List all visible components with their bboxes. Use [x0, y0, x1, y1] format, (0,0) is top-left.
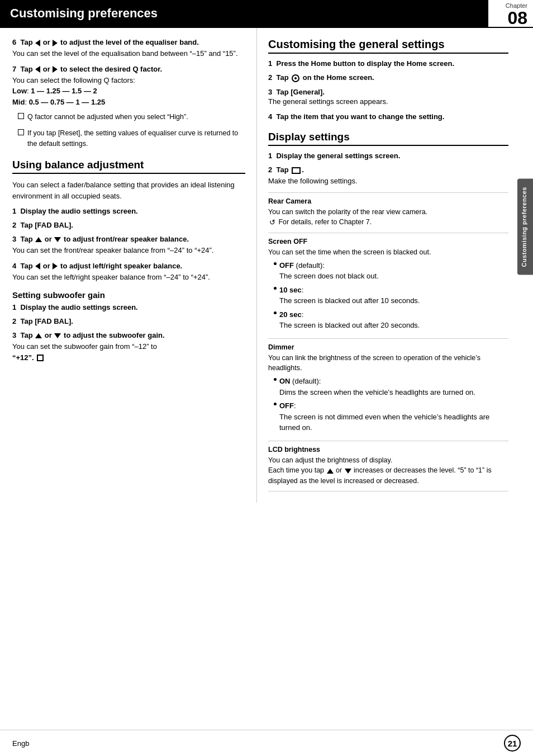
balance-step3-body: You can set the front/rear speaker balan…	[12, 245, 245, 256]
balance-heading: Using balance adjustment	[12, 159, 245, 174]
screen-off-bullet2: 10 sec:The screen is blacked out after 1…	[274, 285, 508, 306]
screen-off-bullet1: OFF (default):The screen does not black …	[274, 260, 508, 282]
checkbox-icon-2	[18, 129, 24, 135]
left-icon-step7	[35, 66, 40, 73]
general-heading: Customising the general settings	[268, 38, 508, 54]
step-7-heading: 7 Tap or to select the desired Q factor.	[12, 65, 245, 73]
balance-step4: 4 Tap or to adjust left/right speaker ba…	[12, 262, 245, 283]
gen-step3-text: Tap [General].	[276, 88, 324, 96]
screen-off-title: Screen OFF	[268, 238, 508, 245]
disp-step2-body: Make the following settings.	[268, 176, 508, 187]
down-icon-lcd	[345, 469, 351, 474]
dimmer-body: You can link the brightness of the scree…	[268, 353, 508, 433]
dimmer-title: Dimmer	[268, 343, 508, 351]
step-7-note2: If you tap [Reset], the setting values o…	[18, 128, 245, 149]
sub-step1: 1 Display the audio settings screen.	[12, 303, 245, 311]
step-7: 7 Tap or to select the desired Q factor.…	[12, 65, 245, 149]
right-icon-step7	[53, 66, 58, 73]
step-6: 6 Tap or to adjust the level of the equa…	[12, 38, 245, 59]
sidebar-tab: Customising preferences	[517, 179, 533, 275]
chapter-box: Chapter 08	[488, 0, 533, 27]
gen-step4-label: 4	[268, 112, 272, 121]
right-icon-step6	[53, 40, 58, 46]
balance-intro: You can select a fader/balance setting t…	[12, 179, 245, 201]
bullet-dot-1	[274, 262, 277, 265]
page-number-circle: 21	[504, 735, 521, 752]
stop-icon	[37, 355, 44, 361]
lcd-body: You can adjust the brightness of display…	[268, 455, 508, 486]
left-icon-step6	[35, 40, 40, 46]
balance-step2: 2 Tap [FAD BAL].	[12, 221, 245, 229]
bullet-dot-3	[274, 311, 277, 314]
disp-step1-label: 1	[268, 152, 272, 160]
balance-step3-heading: 3 Tap or to adjust front/rear speaker ba…	[12, 235, 245, 243]
or-text-step6: or	[43, 38, 53, 46]
balance-step4-heading: 4 Tap or to adjust left/right speaker ba…	[12, 262, 245, 270]
subwoofer-heading: Setting subwoofer gain	[12, 290, 245, 300]
page-title-bar: Customising preferences	[0, 0, 488, 27]
gen-step4: 4 Tap the item that you want to change t…	[268, 112, 508, 121]
step-6-body: You can set the level of the equalisatio…	[12, 48, 245, 59]
gen-step2: 2 Tap on the Home screen.	[268, 73, 508, 82]
disp-step1: 1 Display the general settings screen.	[268, 152, 508, 160]
balance-step1: 1 Display the audio settings screen.	[12, 207, 245, 215]
gen-step2-heading: 2 Tap on the Home screen.	[268, 73, 508, 82]
gen-step3-body: The general settings screen appears.	[268, 97, 388, 106]
step-7-body: You can select the following Q factors: …	[12, 75, 245, 108]
balance-section: Using balance adjustment You can select …	[12, 159, 245, 282]
note-text-2: If you tap [Reset], the setting values o…	[27, 128, 245, 149]
gen-step1-text: Press the Home button to display the Hom…	[276, 59, 454, 68]
page-title: Customising preferences	[10, 6, 158, 21]
display-icon	[292, 167, 301, 174]
up-icon-step3	[35, 237, 42, 242]
sub-step1-label: 1	[12, 303, 16, 311]
page-header: Customising preferences Chapter 08	[0, 0, 533, 28]
footer-page: 21	[504, 735, 521, 752]
step-6-heading: 6 Tap or to adjust the level of the equa…	[12, 38, 245, 46]
dimmer-bullet2: OFF:The screen is not dimmed even when t…	[274, 400, 508, 433]
left-column: 6 Tap or to adjust the level of the equa…	[0, 28, 257, 503]
balance-step3: 3 Tap or to adjust front/rear speaker ba…	[12, 235, 245, 256]
balance-step4-body: You can set the left/right speaker balan…	[12, 272, 245, 283]
right-icon-step4	[53, 263, 58, 270]
sub-step3-heading: 3 Tap or to adjust the subwoofer gain.	[12, 331, 245, 339]
gen-step1: 1 Press the Home button to display the H…	[268, 59, 508, 68]
down-icon-step3	[54, 237, 61, 242]
screen-off-body: You can set the time when the screen is …	[268, 247, 508, 331]
sub-step2-label: 2	[12, 317, 16, 325]
general-settings-section: Customising the general settings 1 Press…	[268, 38, 508, 121]
disp-step2: 2 Tap . Make the following settings.	[268, 166, 508, 187]
up-icon-sub	[35, 333, 42, 338]
display-heading: Display settings	[268, 131, 508, 146]
gen-step1-label: 1	[268, 59, 272, 68]
right-column: Customising the general settings 1 Press…	[257, 28, 533, 503]
lcd-title: LCD brightness	[268, 446, 508, 453]
bullet-dot-2	[274, 287, 277, 290]
gen-step4-text: Tap the item that you want to change the…	[276, 112, 444, 121]
dimmer-bullet-dot-1	[274, 378, 277, 381]
balance-step1-text: Display the audio settings screen.	[20, 207, 137, 215]
dimmer-bullet1: ON (default):Dims the screen when the ve…	[274, 376, 508, 398]
disp-step2-heading: 2 Tap .	[268, 166, 508, 174]
screen-off-box: Screen OFF You can set the time when the…	[268, 233, 508, 339]
sub-step3-body: You can set the subwoofer gain from “–12…	[12, 341, 245, 363]
balance-step2-label: 2	[12, 221, 16, 229]
checkbox-icon-1	[18, 113, 24, 119]
main-content: 6 Tap or to adjust the level of the equa…	[0, 28, 533, 503]
chapter-number: 08	[507, 9, 527, 27]
dimmer-bullet-dot-2	[274, 403, 277, 405]
gen-step3: 3 Tap [General]. The general settings sc…	[268, 88, 508, 107]
up-icon-lcd	[327, 469, 334, 474]
disp-step1-text: Display the general settings screen.	[276, 152, 400, 160]
down-icon-sub	[54, 333, 61, 338]
step-7-note1: Q factor cannot be adjusted when you sel…	[18, 112, 245, 122]
return-icon: ↺	[269, 217, 275, 228]
screen-off-bullet3: 20 sec:The screen is blacked out after 2…	[274, 309, 508, 331]
lcd-brightness-box: LCD brightness You can adjust the bright…	[268, 441, 508, 492]
left-icon-step4	[35, 263, 40, 270]
sub-step2-text: Tap [FAD BAL].	[20, 317, 73, 325]
rear-camera-title: Rear Camera	[268, 197, 508, 205]
rear-camera-box: Rear Camera You can switch the polarity …	[268, 192, 508, 233]
display-settings-section: Display settings 1 Display the general s…	[268, 131, 508, 492]
balance-step1-label: 1	[12, 207, 16, 215]
